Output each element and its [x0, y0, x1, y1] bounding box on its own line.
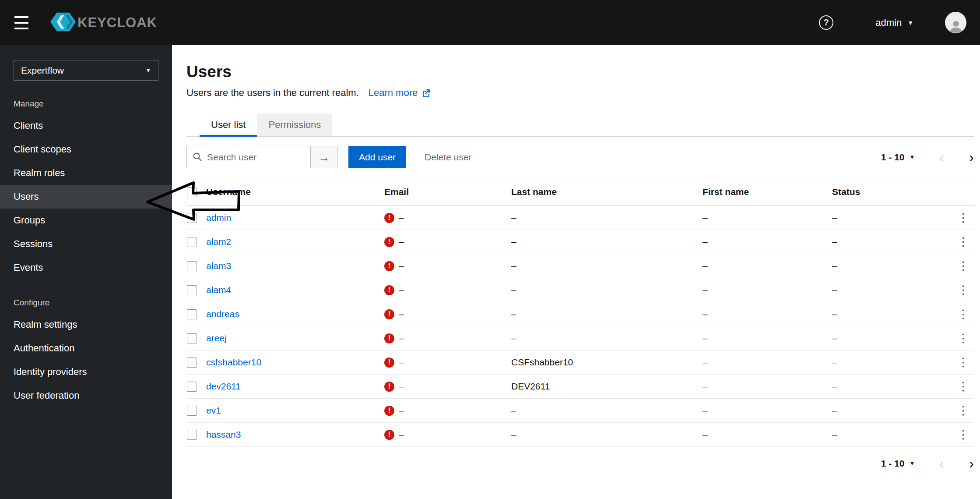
sidebar: Expertflow ▼ ManageClientsClient scopesR… [0, 45, 172, 499]
help-icon[interactable]: ? [819, 15, 833, 30]
row-kebab-menu[interactable]: ⋮ [953, 211, 974, 225]
toolbar: → Add user Delete user 1 - 10 ▼ ‹ › [186, 137, 974, 178]
sidebar-item-events[interactable]: Events [0, 256, 172, 280]
table-row: dev2611!–DEV2611––⋮ [186, 375, 974, 399]
email-warning-icon: ! [384, 237, 394, 247]
username-link[interactable]: hassan3 [206, 429, 241, 439]
status-value: – [832, 261, 946, 271]
search-input[interactable] [186, 146, 311, 168]
tab-user-list[interactable]: User list [200, 113, 257, 136]
sidebar-item-clients[interactable]: Clients [0, 114, 172, 138]
email-warning-icon: ! [384, 382, 394, 392]
keycloak-logo: KEYCLOAK [50, 12, 157, 34]
row-checkbox[interactable] [187, 382, 197, 392]
row-checkbox[interactable] [187, 237, 197, 247]
sidebar-item-realm-roles[interactable]: Realm roles [0, 161, 172, 185]
username-link[interactable]: alam3 [206, 261, 231, 271]
learn-more-link[interactable]: Learn more [369, 87, 431, 99]
hamburger-menu-button[interactable] [14, 15, 34, 30]
row-kebab-menu[interactable]: ⋮ [953, 235, 974, 249]
row-kebab-menu[interactable]: ⋮ [953, 259, 974, 273]
sidebar-item-authentication[interactable]: Authentication [0, 336, 172, 360]
row-kebab-menu[interactable]: ⋮ [953, 428, 974, 442]
first-name-value: – [703, 381, 832, 392]
table-header-row: Username Email Last name First name Stat… [186, 178, 974, 206]
tab-permissions[interactable]: Permissions [257, 113, 332, 136]
status-value: – [832, 285, 946, 295]
row-checkbox[interactable] [187, 357, 197, 368]
delete-user-button[interactable]: Delete user [425, 152, 471, 163]
row-checkbox[interactable] [187, 430, 197, 440]
row-kebab-menu[interactable]: ⋮ [953, 283, 974, 297]
row-kebab-menu[interactable]: ⋮ [953, 307, 974, 321]
sidebar-item-user-federation[interactable]: User federation [0, 384, 172, 407]
add-user-button[interactable]: Add user [348, 146, 406, 168]
username-link[interactable]: admin [206, 212, 231, 223]
sidebar-item-client-scopes[interactable]: Client scopes [0, 138, 172, 161]
first-name-value: – [703, 309, 832, 319]
search-submit-button[interactable]: → [311, 146, 338, 168]
username-link[interactable]: csfshabber10 [206, 357, 261, 367]
next-page-button[interactable]: › [969, 151, 974, 163]
first-name-value: – [703, 212, 832, 223]
last-name-value: – [511, 309, 703, 319]
external-link-icon [422, 88, 431, 98]
page-range-dropdown[interactable]: 1 - 10 ▼ [881, 152, 915, 163]
masthead: KEYCLOAK ? admin ▼ [0, 0, 980, 45]
username-link[interactable]: alam2 [206, 237, 231, 247]
sidebar-item-groups[interactable]: Groups [0, 209, 172, 232]
row-checkbox[interactable] [187, 406, 197, 416]
email-value: – [399, 357, 404, 368]
last-name-value: – [511, 405, 703, 416]
row-checkbox[interactable] [187, 213, 197, 223]
sidebar-item-users[interactable]: Users [0, 185, 172, 209]
row-checkbox[interactable] [187, 285, 197, 295]
prev-page-button[interactable]: ‹ [939, 151, 944, 163]
username-link[interactable]: alam4 [206, 285, 231, 295]
row-checkbox[interactable] [187, 333, 197, 343]
row-checkbox[interactable] [187, 309, 197, 319]
select-all-checkbox[interactable] [187, 187, 197, 197]
email-value: – [399, 212, 404, 223]
realm-name: Expertflow [21, 65, 64, 76]
user-menu[interactable]: admin ▼ [875, 17, 913, 28]
username-link[interactable]: areej [206, 333, 227, 343]
next-page-button[interactable]: › [969, 457, 974, 469]
table-row: alam2!––––⋮ [186, 230, 974, 254]
last-name-value: DEV2611 [511, 381, 703, 392]
row-checkbox[interactable] [187, 261, 197, 271]
realm-selector[interactable]: Expertflow ▼ [14, 60, 158, 81]
status-value: – [832, 405, 946, 416]
sidebar-item-realm-settings[interactable]: Realm settings [0, 313, 172, 336]
status-value: – [832, 357, 946, 368]
column-header-status: Status [832, 187, 946, 197]
first-name-value: – [703, 285, 832, 295]
sidebar-item-identity-providers[interactable]: Identity providers [0, 360, 172, 384]
email-value: – [399, 381, 404, 392]
row-kebab-menu[interactable]: ⋮ [953, 403, 974, 418]
username-link[interactable]: ev1 [206, 405, 221, 415]
prev-page-button[interactable]: ‹ [939, 457, 944, 469]
email-warning-icon: ! [384, 309, 394, 319]
first-name-value: – [703, 405, 832, 416]
last-name-value: – [511, 333, 703, 343]
chevron-down-icon: ▼ [909, 460, 915, 467]
nav-section-label-configure: Configure [0, 298, 172, 308]
last-name-value: CSFshabber10 [511, 357, 703, 368]
email-warning-icon: ! [384, 430, 394, 440]
username-link[interactable]: dev2611 [206, 381, 241, 391]
username-label: admin [875, 17, 902, 28]
page-range-dropdown[interactable]: 1 - 10 ▼ [881, 458, 915, 469]
table-row: csfshabber10!–CSFshabber10––⋮ [186, 350, 974, 375]
table-row: admin!––––⋮ [186, 206, 974, 230]
email-value: – [399, 261, 404, 271]
pagination-top: 1 - 10 ▼ ‹ › [881, 151, 974, 163]
row-kebab-menu[interactable]: ⋮ [953, 355, 974, 369]
username-link[interactable]: andreas [206, 309, 239, 319]
avatar[interactable] [945, 12, 966, 33]
sidebar-item-sessions[interactable]: Sessions [0, 232, 172, 256]
last-name-value: – [511, 212, 703, 223]
learn-more-label: Learn more [369, 87, 418, 99]
row-kebab-menu[interactable]: ⋮ [953, 379, 974, 393]
row-kebab-menu[interactable]: ⋮ [953, 331, 974, 345]
